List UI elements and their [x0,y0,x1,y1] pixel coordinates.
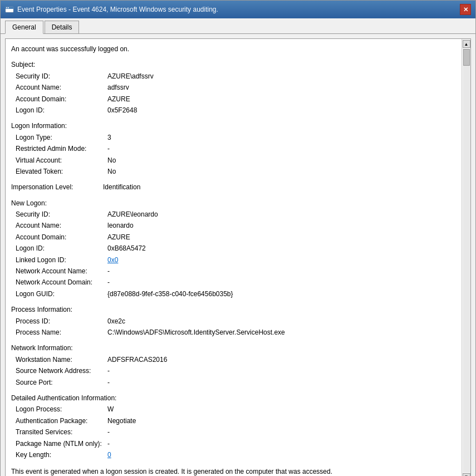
event-scroll-content[interactable]: An account was successfully logged on. S… [6,39,462,476]
title-bar-left: Event Properties - Event 4624, Microsoft… [5,5,218,14]
field-transited-services: Transited Services: - [11,426,456,438]
svg-point-2 [6,7,7,8]
window-icon [5,5,14,14]
event-text-panel: An account was successfully logged on. S… [5,38,471,476]
field-security-id-subject: Security ID: AZURE\adfssrv [11,71,456,82]
event-properties-window: Event Properties - Event 4624, Microsoft… [0,0,476,476]
field-security-id-newlogon: Security ID: AZURE\leonardo [11,209,456,220]
field-account-domain-subject: Account Domain: AZURE [11,94,456,105]
event-intro: An account was successfully logged on. [11,43,456,55]
field-account-domain-newlogon: Account Domain: AZURE [11,232,456,243]
scroll-thumb[interactable] [463,49,470,66]
vertical-scrollbar[interactable]: ▲ ▼ [462,39,470,476]
event-text: An account was successfully logged on. S… [11,43,456,476]
tabs-row: General Details [1,18,475,34]
scroll-up-button[interactable]: ▲ [463,40,470,48]
field-key-length: Key Length: 0 [11,449,456,460]
field-virtual-account: Virtual Account: No [11,155,456,166]
field-account-name-newlogon: Account Name: leonardo [11,220,456,231]
field-logon-process: Logon Process: W [11,404,456,415]
scroll-track[interactable] [463,49,470,472]
content-area: An account was successfully logged on. S… [1,34,475,476]
field-linked-logon-id: Linked Logon ID: 0x0 [11,254,456,266]
field-package-name-ntlm: Package Name (NTLM only): - [11,438,456,449]
field-process-name: Process Name: C:\Windows\ADFS\Microsoft.… [11,327,456,338]
section-subject-title: Subject: [11,59,456,70]
tab-general[interactable]: General [5,21,43,34]
field-network-account-domain: Network Account Domain: - [11,277,456,288]
tab-details[interactable]: Details [45,21,80,33]
field-auth-package: Authentication Package: Negotiate [11,415,456,426]
field-logon-type: Logon Type: 3 [11,132,456,143]
field-account-name-subject: Account Name: adfssrv [11,82,456,93]
section-network-info-title: Network Information: [11,342,456,354]
field-process-id: Process ID: 0xe2c [11,316,456,327]
title-bar: Event Properties - Event 4624, Microsoft… [1,1,475,18]
field-source-network-address: Source Network Address: - [11,365,456,376]
section-process-info-title: Process Information: [11,304,456,315]
field-elevated-token: Elevated Token: No [11,166,456,177]
field-workstation-name: Workstation Name: ADFSFRACAS2016 [11,354,456,365]
scroll-down-button[interactable]: ▼ [463,473,470,476]
field-restricted-admin: Restricted Admin Mode: - [11,143,456,154]
section-new-logon-title: New Logon: [11,198,456,209]
field-logon-id-subject: Logon ID: 0x5F2648 [11,105,456,116]
field-impersonation-level: Impersonation Level: Identification [11,181,456,193]
field-network-account-name: Network Account Name: - [11,266,456,277]
section-logon-info-title: Logon Information: [11,120,456,131]
field-logon-id-newlogon: Logon ID: 0xB68A5472 [11,243,456,254]
svg-point-3 [8,7,9,8]
field-logon-guid: Logon GUID: {d87e088d-9fef-c358-c040-fce… [11,288,456,300]
section-auth-info-title: Detailed Authentication Information: [11,392,456,404]
field-source-port: Source Port: - [11,377,456,388]
close-button-title[interactable]: ✕ [460,4,471,15]
window-title: Event Properties - Event 4624, Microsoft… [17,6,218,13]
event-footer-text: This event is generated when a logon ses… [11,466,456,476]
